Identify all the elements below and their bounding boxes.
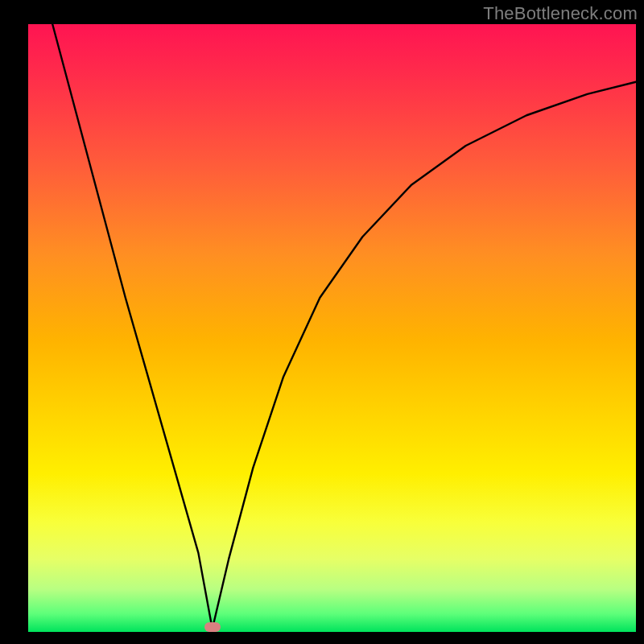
chart-frame: TheBottleneck.com — [0, 0, 644, 644]
bottleneck-curve — [0, 0, 644, 644]
bottleneck-marker — [204, 622, 221, 632]
watermark-text: TheBottleneck.com — [483, 3, 638, 24]
